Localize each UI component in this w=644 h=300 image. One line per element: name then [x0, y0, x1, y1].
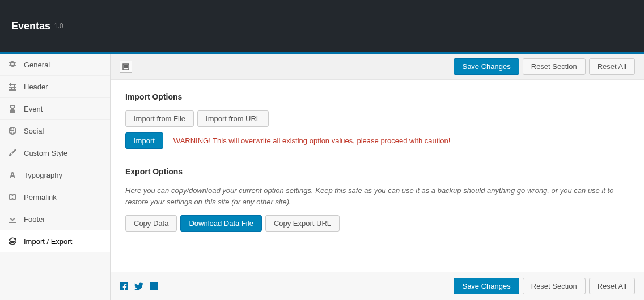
- panel-body: Import Options Import from File Import f…: [111, 80, 644, 272]
- sidebar: General Header Event Social Custom Style…: [0, 54, 111, 300]
- sidebar-item-header[interactable]: Header: [0, 76, 110, 98]
- sidebar-item-custom-style[interactable]: Custom Style: [0, 142, 110, 164]
- sidebar-item-label: Custom Style: [24, 149, 67, 157]
- refresh-icon: [8, 237, 17, 246]
- svg-rect-1: [124, 65, 128, 68]
- export-buttons-row: Copy Data Download Data File Copy Export…: [125, 215, 629, 232]
- content-panel: Save Changes Reset Section Reset All Imp…: [111, 54, 644, 300]
- footer-reset-section-button[interactable]: Reset Section: [523, 278, 586, 294]
- import-button[interactable]: Import: [125, 132, 163, 149]
- sidebar-item-label: Social: [24, 127, 44, 135]
- download-icon: [8, 215, 17, 224]
- brush-icon: [8, 148, 17, 157]
- sidebar-item-label: Footer: [24, 215, 45, 224]
- footer-reset-all-button[interactable]: Reset All: [589, 278, 635, 294]
- expand-icon: [122, 63, 129, 70]
- font-icon: [8, 170, 17, 179]
- copy-export-url-button[interactable]: Copy Export URL: [265, 215, 340, 232]
- import-section: Import Options Import from File Import f…: [125, 92, 629, 149]
- sidebar-item-label: Event: [24, 105, 43, 113]
- footer-buttons: Save Changes Reset Section Reset All: [454, 278, 635, 294]
- sidebar-item-import-export[interactable]: Import / Export: [0, 230, 110, 252]
- expand-toggle[interactable]: [120, 61, 132, 73]
- sidebar-item-general[interactable]: General: [0, 54, 110, 76]
- import-title: Import Options: [125, 92, 629, 101]
- sidebar-item-label: General: [24, 61, 50, 69]
- linkedin-icon[interactable]: [149, 282, 158, 291]
- sidebar-item-social[interactable]: Social: [0, 120, 110, 142]
- sidebar-item-event[interactable]: Event: [0, 98, 110, 120]
- reset-section-button[interactable]: Reset Section: [523, 58, 586, 75]
- footer-toolbar: Save Changes Reset Section Reset All: [111, 272, 644, 300]
- sidebar-item-typography[interactable]: Typography: [0, 164, 110, 186]
- sidebar-item-label: Import / Export: [24, 237, 72, 246]
- save-button[interactable]: Save Changes: [454, 58, 519, 75]
- app-header: Eventas 1.0: [0, 0, 644, 54]
- sidebar-item-label: Permalink: [24, 193, 57, 202]
- download-data-button[interactable]: Download Data File: [180, 215, 261, 232]
- twitter-icon[interactable]: [134, 282, 143, 291]
- sliders-icon: [8, 82, 17, 91]
- import-warning: WARNING! This will overwrite all existin…: [173, 136, 450, 145]
- sidebar-item-label: Typography: [24, 171, 62, 179]
- export-section: Export Options Here you can copy/downloa…: [125, 167, 629, 232]
- top-toolbar: Save Changes Reset Section Reset All: [111, 54, 644, 80]
- copy-data-button[interactable]: Copy Data: [125, 215, 177, 232]
- export-description: Here you can copy/download your current …: [125, 185, 629, 207]
- export-title: Export Options: [125, 167, 629, 176]
- link-icon: [8, 192, 17, 202]
- globe-icon: [8, 126, 17, 135]
- sidebar-item-footer[interactable]: Footer: [0, 208, 110, 230]
- import-from-url-button[interactable]: Import from URL: [197, 110, 269, 127]
- brand-name: Eventas: [11, 20, 50, 32]
- gears-icon: [8, 60, 17, 69]
- reset-all-button[interactable]: Reset All: [589, 58, 635, 75]
- brand-version: 1.0: [54, 22, 63, 30]
- sidebar-item-label: Header: [24, 83, 48, 91]
- import-source-row: Import from File Import from URL: [125, 110, 629, 127]
- hourglass-icon: [8, 104, 17, 113]
- sidebar-item-permalink[interactable]: Permalink: [0, 186, 110, 208]
- import-from-file-button[interactable]: Import from File: [125, 110, 194, 127]
- footer-save-button[interactable]: Save Changes: [454, 278, 519, 294]
- facebook-icon[interactable]: [120, 282, 129, 291]
- main-container: General Header Event Social Custom Style…: [0, 54, 644, 300]
- social-icons: [120, 282, 158, 291]
- toolbar-buttons: Save Changes Reset Section Reset All: [454, 58, 635, 75]
- import-action-row: Import WARNING! This will overwrite all …: [125, 132, 629, 149]
